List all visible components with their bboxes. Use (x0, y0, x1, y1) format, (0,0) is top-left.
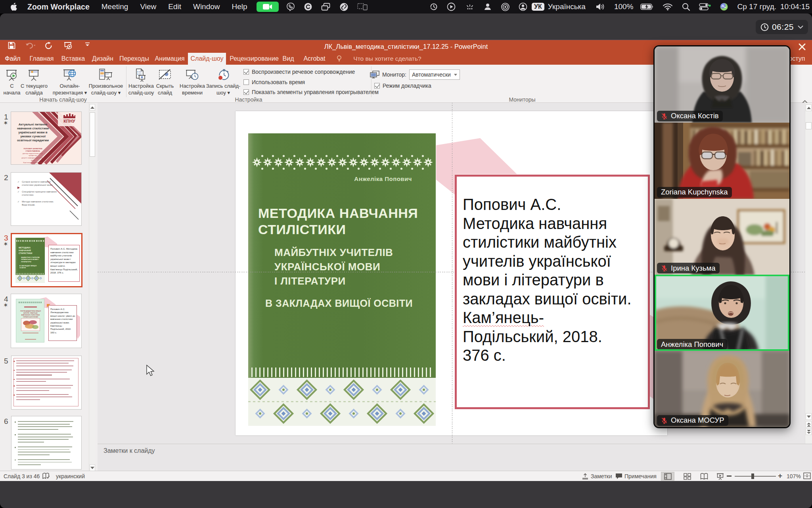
spellcheck-icon[interactable] (42, 472, 50, 481)
start-slideshow-qat-button[interactable] (63, 42, 73, 50)
menu-view[interactable]: View (140, 2, 156, 11)
time-machine-icon[interactable] (429, 2, 438, 11)
record-slideshow-button[interactable]: Запись слайд- шоу ▾ (207, 68, 240, 96)
input-language-badge[interactable]: УК (532, 3, 544, 11)
menu-meeting[interactable]: Meeting (102, 2, 128, 11)
zoom-in-button[interactable]: + (778, 473, 782, 479)
account-circle-icon[interactable] (519, 2, 527, 11)
monitor-dropdown[interactable]: Автоматически (409, 69, 460, 80)
participant-video-tile[interactable]: Оксана Костів (655, 46, 789, 123)
scroll-up-button[interactable] (90, 104, 95, 111)
redo-button[interactable] (44, 42, 53, 50)
volume-icon[interactable] (596, 3, 606, 11)
tab-design[interactable]: Дизайн (88, 53, 117, 65)
tab-acrobat[interactable]: Acrobat (297, 53, 332, 65)
vertical-guide[interactable] (452, 103, 452, 444)
checkbox-icon[interactable] (243, 79, 249, 85)
shazam-icon[interactable] (339, 2, 349, 12)
tab-home[interactable]: Главная (25, 53, 58, 65)
keyboard-brightness-icon[interactable] (464, 3, 475, 11)
c-circle-icon[interactable] (304, 2, 312, 11)
hide-slide-button[interactable]: Скрытьслайд (151, 68, 179, 96)
checkbox-icon[interactable] (243, 69, 249, 75)
windows-copy-icon[interactable] (321, 2, 331, 11)
scroll-up-button[interactable] (806, 104, 812, 111)
notes-toggle-button[interactable]: Заметки (582, 472, 612, 480)
spotlight-search-icon[interactable] (682, 2, 690, 11)
menubar-clock[interactable]: 10:04:15 (780, 2, 810, 11)
slide-3-canvas[interactable]: Анжеліка Попович МЕТОДИКА НАВЧАННЯ СТИЛІ… (236, 111, 667, 435)
tab-transitions[interactable]: Переходы (117, 53, 151, 65)
menu-edit[interactable]: Edit (168, 2, 181, 11)
thumbnails-scrollbar[interactable] (89, 103, 95, 471)
citation-text-box[interactable]: Попович А.С. Методика навчання стилістик… (455, 175, 650, 409)
thumbnail-slide-2[interactable]: ✓Сучасні аспекти навчання стилістики укр… (11, 173, 81, 225)
slideshow-view-button[interactable] (713, 472, 727, 481)
menubar-date[interactable]: Ср 17 груд. (737, 2, 777, 11)
tab-review[interactable]: Рецензирование (230, 53, 278, 65)
input-language-name[interactable]: Українська (548, 2, 586, 11)
zoom-level[interactable]: 107% (787, 473, 801, 479)
from-current-slide-button[interactable]: С текущегослайда (17, 68, 51, 96)
control-center-icon[interactable] (699, 2, 711, 11)
comments-toggle-button[interactable]: Примечания (615, 472, 657, 480)
checkbox-show-controls[interactable]: Показать элементы управления проигрывате… (243, 89, 379, 95)
fit-slide-to-window-button[interactable] (803, 472, 811, 481)
thumbnail-slide-6[interactable] (11, 416, 81, 469)
tell-me-box[interactable]: Что вы хотите сделать? (346, 53, 429, 65)
scrollbar-thumb[interactable] (90, 112, 95, 157)
participant-video-tile[interactable]: Оксана МОСУР (655, 351, 789, 427)
meeting-timer-badge[interactable]: 06:25 (756, 20, 808, 34)
tab-insert[interactable]: Вставка (58, 53, 88, 65)
thumbnail-slide-4[interactable]: ЛІНГВОДИДАКТИКА ВИЩОЇ ШКОЛИ: УВАГИ ДО ВИ… (11, 294, 81, 348)
previous-slide-button[interactable] (806, 421, 812, 428)
checkbox-icon[interactable] (374, 83, 380, 89)
menubar-app-name[interactable]: Zoom Workplace (27, 2, 90, 12)
viber-icon[interactable] (286, 2, 295, 11)
checkbox-play-narrations[interactable]: Воспроизвести речевое сопровождение (243, 69, 355, 75)
participant-video-tile[interactable]: Zoriana Kupchynska (655, 123, 789, 199)
scroll-down-button[interactable] (806, 413, 812, 420)
slide-sorter-view-button[interactable] (680, 472, 694, 481)
thumbnail-slide-1[interactable]: КПНУ Актуальні питання навчання стилісти… (11, 112, 81, 164)
airplay-target-icon[interactable] (501, 2, 510, 12)
siri-icon[interactable] (720, 2, 728, 11)
scroll-down-button[interactable] (90, 464, 95, 471)
chevron-down-icon[interactable] (798, 25, 803, 29)
online-presentation-button[interactable]: Онлайн- презентация ▾ (52, 68, 87, 96)
reading-view-button[interactable] (697, 472, 711, 481)
zoom-out-button[interactable] (727, 475, 732, 477)
thumbnail-slide-3[interactable]: МЕТОДИКА НАВЧАННЯ СТИЛІСТИКИ МАЙБУТНІХ У… (11, 233, 82, 287)
play-circle-icon[interactable] (447, 2, 456, 11)
fast-user-switch-icon[interactable] (483, 2, 492, 11)
qat-customize-chevron-icon[interactable] (85, 42, 90, 47)
canvas-scrollbar[interactable] (805, 103, 812, 444)
menu-window[interactable]: Window (193, 2, 220, 11)
menu-help[interactable]: Help (232, 2, 247, 11)
sidecar-icon[interactable] (357, 3, 368, 11)
custom-slideshow-button[interactable]: Произвольное слайд-шоу ▾ (88, 68, 123, 96)
camera-active-icon[interactable] (257, 2, 279, 12)
language-indicator[interactable]: украинский (56, 473, 85, 479)
apple-logo-icon[interactable] (10, 3, 17, 11)
participant-video-tile[interactable]: Ірина Кузьма (655, 199, 789, 275)
checkbox-presenter-view[interactable]: Режим докладчика (374, 83, 431, 89)
undo-button[interactable] (25, 42, 36, 49)
next-slide-button[interactable] (806, 428, 812, 435)
close-window-button[interactable] (798, 42, 806, 53)
scrollbar-thumb[interactable] (806, 122, 812, 129)
tab-view[interactable]: Вид (280, 53, 297, 65)
wifi-icon[interactable] (663, 3, 673, 11)
checkbox-icon[interactable] (243, 89, 249, 95)
rehearse-timings-button[interactable]: Настройкавремени (177, 68, 207, 96)
participant-video-tile-speaking[interactable]: Анжеліка Попович (655, 275, 789, 351)
tab-slideshow[interactable]: Слайд-шоу (188, 53, 226, 65)
tab-file[interactable]: Файл (0, 53, 25, 65)
tab-animations[interactable]: Анимация (151, 53, 188, 65)
save-button[interactable] (8, 42, 15, 49)
checkbox-use-timings[interactable]: Использовать время (243, 79, 305, 85)
normal-view-button[interactable] (661, 472, 674, 481)
notes-pane[interactable]: Заметки к слайду (98, 444, 812, 471)
zoom-slider-handle[interactable] (751, 473, 754, 479)
tell-me-bulb-icon[interactable] (334, 53, 344, 65)
